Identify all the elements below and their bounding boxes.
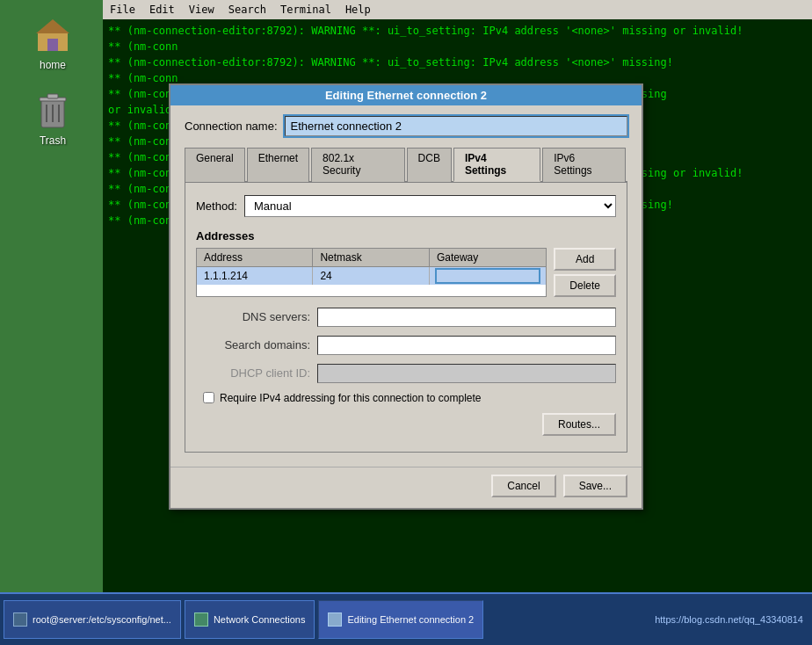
routes-button[interactable]: Routes...	[542, 413, 616, 436]
gateway-input[interactable]	[437, 270, 539, 282]
dhcp-input	[317, 364, 616, 383]
tab-general[interactable]: General	[185, 148, 245, 182]
desktop: home Trash File Edit View Search Ter	[0, 0, 812, 645]
tabs-bar: General Ethernet 802.1x Security DCB IPv…	[185, 147, 627, 183]
cell-gateway[interactable]	[430, 267, 546, 285]
col-gateway: Gateway	[430, 249, 546, 266]
dhcp-label: DHCP client ID:	[196, 366, 310, 380]
routes-row: Routes...	[196, 413, 616, 436]
dialog-overlay: Editing Ethernet connection 2 Connection…	[0, 0, 812, 592]
delete-button[interactable]: Delete	[554, 274, 616, 297]
taskbar-item-terminal[interactable]: root@server:/etc/sysconfig/net...	[4, 600, 181, 639]
search-row: Search domains:	[196, 336, 616, 355]
cancel-button[interactable]: Cancel	[491, 475, 555, 497]
tab-ethernet[interactable]: Ethernet	[247, 148, 309, 182]
dns-label: DNS servers:	[196, 310, 310, 323]
add-button[interactable]: Add	[554, 248, 616, 271]
col-address: Address	[197, 249, 313, 266]
dialog-body: Connection name: General Ethernet 802.1x…	[170, 105, 642, 463]
taskbar-item-network[interactable]: Network Connections	[185, 600, 315, 639]
taskbar-label-editing: Editing Ethernet connection 2	[347, 614, 474, 625]
connection-name-input[interactable]	[285, 116, 627, 136]
dhcp-row: DHCP client ID:	[196, 364, 616, 383]
tab-security[interactable]: 802.1x Security	[311, 148, 404, 182]
taskbar-item-editing[interactable]: Editing Ethernet connection 2	[318, 600, 483, 639]
save-button[interactable]: Save...	[563, 475, 627, 497]
dialog-title: Editing Ethernet connection 2	[325, 89, 487, 102]
tab-content-ipv4: Method: Manual Automatic (DHCP) Automati…	[185, 183, 627, 453]
terminal-taskbar-icon	[13, 612, 27, 627]
statusbar: https://blog.csdn.net/qq_43340814	[646, 592, 812, 645]
addresses-table-wrapper: Address Netmask Gateway 1.1.1.214 24	[196, 248, 616, 297]
col-netmask: Netmask	[313, 249, 429, 266]
taskbar-label-terminal: root@server:/etc/sysconfig/net...	[33, 614, 171, 625]
dns-input[interactable]	[317, 308, 616, 327]
method-row: Method: Manual Automatic (DHCP) Automati…	[196, 195, 616, 217]
dialog-buttons: Cancel Save...	[170, 467, 642, 508]
editing-dialog: Editing Ethernet connection 2 Connection…	[169, 83, 643, 510]
require-ipv4-checkbox[interactable]	[203, 392, 214, 403]
table-header: Address Netmask Gateway	[197, 249, 546, 267]
connection-name-row: Connection name:	[185, 116, 627, 136]
tab-dcb[interactable]: DCB	[407, 148, 452, 182]
require-ipv4-label: Require IPv4 addressing for this connect…	[220, 392, 482, 404]
addresses-table: Address Netmask Gateway 1.1.1.214 24	[196, 248, 547, 297]
cell-address: 1.1.1.214	[197, 267, 313, 285]
table-row: 1.1.1.214 24	[197, 267, 546, 285]
search-input[interactable]	[317, 336, 616, 355]
connection-name-label: Connection name:	[185, 120, 278, 133]
statusbar-url: https://blog.csdn.net/qq_43340814	[655, 614, 803, 625]
dns-row: DNS servers:	[196, 308, 616, 327]
cell-netmask: 24	[313, 267, 429, 285]
taskbar-label-network: Network Connections	[214, 614, 306, 625]
checkbox-row: Require IPv4 addressing for this connect…	[203, 392, 616, 404]
search-label: Search domains:	[196, 338, 310, 351]
editing-taskbar-icon	[328, 612, 342, 627]
network-taskbar-icon	[194, 612, 208, 627]
addresses-label: Addresses	[196, 229, 616, 243]
taskbar: root@server:/etc/sysconfig/net... Networ…	[0, 592, 812, 645]
tab-ipv4[interactable]: IPv4 Settings	[453, 148, 540, 182]
tab-ipv6[interactable]: IPv6 Settings	[542, 148, 626, 182]
table-buttons: Add Delete	[554, 248, 616, 297]
dialog-titlebar: Editing Ethernet connection 2	[170, 85, 642, 105]
method-label: Method:	[196, 199, 237, 213]
method-select[interactable]: Manual Automatic (DHCP) Automatic (DHCP)…	[244, 195, 616, 217]
